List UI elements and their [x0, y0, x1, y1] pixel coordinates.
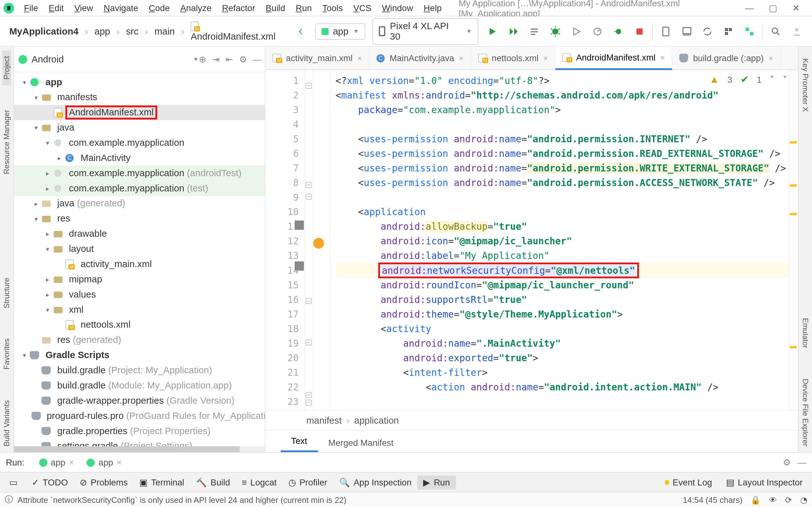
power-save-icon[interactable]: 👁	[769, 495, 777, 504]
editor-tab[interactable]: nettools.xml×	[471, 47, 556, 69]
warning-marker[interactable]	[790, 184, 797, 187]
toolwindow-logcat[interactable]: ≡Logcat	[236, 475, 283, 489]
run-icon[interactable]	[485, 24, 500, 39]
tree-node[interactable]: mipmap	[14, 272, 265, 287]
gear-icon[interactable]: ⚙	[783, 457, 791, 468]
maximize-icon[interactable]: ▢	[766, 3, 779, 13]
processes-icon[interactable]: ⟳	[785, 495, 792, 504]
tree-node[interactable]: values	[14, 287, 265, 302]
sync-gradle-icon[interactable]	[700, 24, 715, 39]
structure-toolwindow-tab[interactable]: Structure	[2, 272, 11, 314]
tree-arrow-icon[interactable]	[43, 170, 52, 177]
menu-navigate[interactable]: Navigate	[98, 1, 143, 14]
tree-node[interactable]: build.gradle (Project: My_Application)	[14, 363, 265, 378]
main-menu[interactable]: FileEditViewNavigateCodeAnalyzeRefactorB…	[19, 1, 447, 14]
tree-node[interactable]: activity_main.xml	[14, 257, 265, 272]
menu-analyze[interactable]: Analyze	[175, 1, 217, 14]
device-combo[interactable]: Pixel 4 XL API 30 ▼	[372, 18, 478, 45]
toolwindow-profiler[interactable]: ◷Profiler	[283, 475, 333, 489]
fold-toggle-icon[interactable]: −	[306, 193, 311, 199]
memory-indicator[interactable]: ◔	[800, 495, 807, 504]
event-log-tab[interactable]: Event Log	[658, 475, 718, 489]
editor-tab[interactable]: build.gradle (:app)×	[672, 47, 780, 69]
close-tab-icon[interactable]: ×	[543, 53, 548, 62]
coverage-icon[interactable]	[569, 24, 584, 39]
tree-node[interactable]: res	[14, 211, 265, 227]
tree-node[interactable]: gradle.properties (Project Properties)	[14, 424, 265, 439]
debug-icon[interactable]	[548, 24, 563, 39]
tree-node[interactable]: nettools.xml	[14, 318, 265, 333]
profile-icon[interactable]	[590, 24, 605, 39]
menu-view[interactable]: View	[69, 1, 99, 14]
user-icon[interactable]	[789, 24, 804, 39]
tree-node[interactable]: java (generated)	[14, 196, 265, 211]
path-breadcrumbs[interactable]: MyApplication4›app›src›main›AndroidManif…	[5, 19, 291, 43]
fold-toggle-icon[interactable]: −	[306, 400, 311, 405]
editor-breadcrumbs[interactable]: manifest › application	[265, 410, 798, 430]
tree-node[interactable]: build.gradle (Module: My_Application.app…	[14, 378, 265, 393]
editor-tab[interactable]: CMainActivity.java×	[370, 47, 471, 69]
tree-node[interactable]: app	[14, 75, 265, 90]
search-everywhere-icon[interactable]	[768, 24, 783, 39]
window-controls[interactable]: — ▢ ✕	[743, 3, 810, 13]
editor-tabs[interactable]: activity_main.xml×CMainActivity.java×net…	[265, 47, 798, 70]
sdk-manager-icon[interactable]	[679, 24, 694, 39]
collapse-all-icon[interactable]: ⇤	[225, 54, 233, 64]
layout-inspector-tab[interactable]: ▤Layout Inspector	[720, 475, 809, 489]
tab-merged-manifest[interactable]: Merged Manifest	[318, 433, 404, 452]
menu-help[interactable]: Help	[418, 1, 447, 14]
lock-icon[interactable]: 🔒	[751, 495, 760, 504]
select-opened-file-icon[interactable]: ⊕	[199, 54, 206, 64]
favorites-toolwindow-tab[interactable]: Favorites	[2, 333, 11, 376]
menu-window[interactable]: Window	[376, 1, 418, 14]
minimize-icon[interactable]: —	[743, 3, 756, 13]
toolwindow-build[interactable]: 🔨Build	[190, 475, 236, 489]
project-tree[interactable]: appmanifestsAndroidManifest.xmljavacom.e…	[14, 72, 265, 446]
tree-node[interactable]: proguard-rules.pro (ProGuard Rules for M…	[14, 408, 265, 424]
right-tool-strip[interactable]: Key Promoter X Emulator Device File Expl…	[798, 47, 812, 452]
h-scrollbar[interactable]	[14, 447, 265, 452]
intention-bulb-icon[interactable]	[313, 238, 324, 248]
tree-arrow-icon[interactable]	[55, 154, 64, 162]
code-area[interactable]: <?xml version="1.0" encoding="utf-8"?><m…	[331, 70, 789, 410]
key-promoter-tab[interactable]: Key Promoter X	[801, 53, 810, 118]
stop-icon[interactable]	[632, 24, 647, 39]
hide-icon[interactable]: —	[798, 457, 806, 467]
expand-all-icon[interactable]: ⇥	[212, 54, 220, 64]
manifest-editor-mode-tabs[interactable]: Text Merged Manifest	[265, 430, 798, 452]
line-number-gutter[interactable]: 1234567891011121314151617181920212223242…	[265, 70, 305, 410]
apply-changes-icon[interactable]	[527, 24, 542, 39]
gear-icon[interactable]: ⚙	[239, 54, 247, 64]
tree-node[interactable]: Gradle Scripts	[14, 348, 265, 363]
fold-toggle-icon[interactable]: −	[306, 340, 311, 345]
tree-node[interactable]: gradle-wrapper.properties (Gradle Versio…	[14, 393, 265, 408]
menu-file[interactable]: File	[19, 1, 44, 14]
warning-marker[interactable]	[790, 346, 797, 348]
close-tab-icon[interactable]: ×	[660, 53, 665, 62]
menu-refactor[interactable]: Refactor	[217, 1, 260, 14]
warning-marker[interactable]	[790, 213, 797, 215]
run-config-combo[interactable]: app ▼	[315, 23, 365, 40]
tree-arrow-icon[interactable]	[32, 94, 41, 101]
toolwindow-run[interactable]: ▶Run	[417, 475, 456, 489]
toolwindow-todo[interactable]: ✓TODO	[26, 475, 73, 489]
tree-node[interactable]: java	[14, 120, 265, 135]
caret-position[interactable]: 14:54 (45 chars)	[683, 495, 743, 504]
icon-gutter[interactable]	[313, 70, 331, 410]
tree-arrow-icon[interactable]	[32, 200, 41, 208]
menu-tools[interactable]: Tools	[317, 1, 348, 14]
tree-node[interactable]: com.example.myapplication (test)	[14, 181, 265, 196]
close-tab-icon[interactable]: ×	[459, 53, 464, 62]
tree-arrow-icon[interactable]	[43, 139, 52, 147]
tree-node[interactable]: settings.gradle (Project Settings)	[14, 439, 265, 447]
tree-node[interactable]: CMainActivity	[14, 151, 265, 166]
close-icon[interactable]: ×	[117, 457, 122, 467]
tree-arrow-icon[interactable]	[20, 78, 29, 86]
project-view-selector[interactable]: Android ▼ ⊕ ⇥ ⇤ ⚙ —	[14, 47, 265, 72]
bottom-toolwindow-bar[interactable]: ▭ ✓TODO⊘Problems▣Terminal🔨Build≡Logcat◷P…	[0, 472, 812, 492]
tree-arrow-icon[interactable]	[43, 230, 52, 238]
tree-arrow-icon[interactable]	[32, 215, 41, 222]
menu-run[interactable]: Run	[291, 1, 317, 14]
project-toolbar-actions[interactable]: ⊕ ⇥ ⇤ ⚙ —	[199, 54, 261, 64]
emulator-tab[interactable]: Emulator	[801, 312, 810, 354]
